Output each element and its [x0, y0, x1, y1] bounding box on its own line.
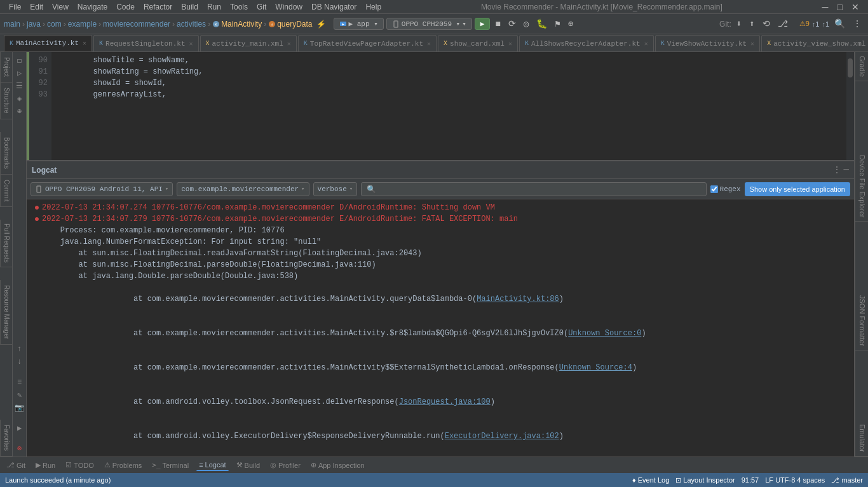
- menu-tools[interactable]: Tools: [226, 1, 252, 13]
- debug-button[interactable]: 🐛: [534, 17, 550, 30]
- right-panel-emulator[interactable]: Emulator: [855, 420, 868, 457]
- breadcrumb-mainactivity[interactable]: KMainActivity: [212, 20, 262, 29]
- left-panel-commit[interactable]: Commit: [0, 175, 12, 207]
- tab-activitymain[interactable]: X activity_main.xml ✕: [200, 35, 297, 51]
- menu-refactor[interactable]: Refactor: [140, 1, 176, 13]
- git-branch-status[interactable]: ⎇ master: [831, 476, 863, 484]
- left-panel-bookmarks[interactable]: Bookmarks: [0, 132, 12, 175]
- breadcrumb-example[interactable]: example: [68, 20, 97, 29]
- breadcrumb-java[interactable]: java: [27, 20, 41, 29]
- tab-mainactivity[interactable]: K MainActivity.kt ✕: [4, 35, 92, 51]
- left-tool-icon-1[interactable]: ◻: [14, 55, 25, 66]
- menu-help[interactable]: Help: [362, 1, 385, 13]
- encoding-info[interactable]: LF UTF-8 4 spaces: [765, 476, 825, 484]
- tab-requestsingleton-close[interactable]: ✕: [189, 40, 193, 48]
- device-dropdown[interactable]: OPPO CPH2059 ▾ ▾: [386, 18, 472, 30]
- breadcrumb-movierecommender[interactable]: movierecommender: [103, 20, 170, 29]
- menu-build[interactable]: Build: [177, 1, 202, 13]
- tab-activityviewshow[interactable]: X activity_view_show.xml ✕: [761, 35, 868, 51]
- left-tool-icon-6[interactable]: ≡: [14, 377, 25, 388]
- regex-checkbox[interactable]: [710, 185, 718, 193]
- left-tool-icon-2[interactable]: ▷: [14, 67, 25, 79]
- tab-viewshowactivity-close[interactable]: ✕: [750, 40, 754, 48]
- log-link-8[interactable]: MainActivity.kt:86: [477, 295, 559, 304]
- stop-button[interactable]: ■: [492, 18, 503, 30]
- left-panel-resource[interactable]: Resource Manager: [0, 280, 12, 345]
- bottom-tab-appinspection[interactable]: ⊕ App Inspection: [308, 460, 367, 470]
- left-tool-icon-camera[interactable]: 📷: [14, 402, 25, 413]
- tab-viewshowactivity[interactable]: K ViewShowActivity.kt ✕: [655, 35, 760, 51]
- logcat-content[interactable]: ● 2022-07-13 21:34:07.274 10776-10776/co…: [27, 199, 854, 457]
- right-panel-json-formatter[interactable]: JSON Formatter: [855, 291, 868, 350]
- bottom-tab-logcat[interactable]: ≡ Logcat: [196, 460, 228, 471]
- tab-topratedviewpager-close[interactable]: ✕: [427, 40, 431, 48]
- tab-activitymain-close[interactable]: ✕: [287, 40, 291, 48]
- bottom-tab-problems[interactable]: ⚠ Problems: [102, 460, 144, 470]
- left-panel-favorites[interactable]: Favorites: [0, 420, 12, 457]
- verbose-select[interactable]: Verbose ▾: [313, 182, 358, 196]
- bottom-tab-git[interactable]: ⎇ Git: [4, 460, 28, 470]
- profile-button[interactable]: ◎: [521, 17, 531, 30]
- maximize-button[interactable]: □: [834, 1, 846, 13]
- left-tool-icon-error[interactable]: ⊗: [14, 443, 25, 454]
- tab-requestsingleton[interactable]: K RequestSingleton.kt ✕: [93, 35, 198, 51]
- breadcrumb-main[interactable]: main: [4, 20, 20, 29]
- bottom-tab-terminal[interactable]: >_ Terminal: [149, 460, 191, 470]
- log-link-11[interactable]: JsonRequest.java:100: [399, 397, 491, 406]
- git-fetch-button[interactable]: ⬇: [734, 17, 744, 30]
- code-content[interactable]: showTitle = showName, showRating = showR…: [51, 52, 846, 160]
- minimize-button[interactable]: ─: [818, 1, 832, 13]
- bottom-tab-profiler[interactable]: ◎ Profiler: [268, 460, 303, 470]
- log-link-9[interactable]: Unknown Source:0: [568, 329, 641, 338]
- menu-view[interactable]: View: [48, 1, 72, 13]
- left-panel-structure[interactable]: Structure: [0, 83, 12, 119]
- git-push-button[interactable]: ⬆: [747, 17, 757, 30]
- layout-inspector-button[interactable]: ⊡ Layout Inspector: [675, 476, 735, 484]
- left-tool-icon-7[interactable]: ✎: [14, 389, 25, 401]
- log-link-10[interactable]: Unknown Source:4: [559, 363, 632, 372]
- regex-label[interactable]: Regex: [710, 185, 741, 193]
- settings-button[interactable]: ⋮: [850, 17, 864, 30]
- logcat-search-input[interactable]: [361, 182, 706, 196]
- app-dropdown[interactable]: ▶ ▶ app ▾: [334, 18, 384, 30]
- breadcrumb-activities[interactable]: activities: [177, 20, 206, 29]
- logcat-menu-icon[interactable]: ⋮: [832, 164, 841, 175]
- search-everywhere-button[interactable]: 🔍: [832, 17, 848, 30]
- left-tool-scroll-down[interactable]: ↓: [14, 356, 25, 368]
- left-tool-icon-4[interactable]: ◈: [14, 93, 25, 104]
- left-tool-scroll-up[interactable]: ↑: [14, 344, 25, 355]
- tab-mainactivity-close[interactable]: ✕: [83, 39, 86, 47]
- menu-navigate[interactable]: Navigate: [74, 1, 111, 13]
- git-history-button[interactable]: ⟲: [760, 17, 773, 30]
- breadcrumb-com[interactable]: com: [47, 20, 62, 29]
- menu-edit[interactable]: Edit: [26, 1, 47, 13]
- attach-button[interactable]: ⊕: [566, 17, 576, 30]
- right-panel-device-file-explorer[interactable]: Device File Explorer: [855, 151, 868, 222]
- menu-window[interactable]: Window: [271, 1, 306, 13]
- sync-button[interactable]: ⟳: [506, 17, 519, 30]
- right-panel-gradle[interactable]: Gradle: [855, 52, 868, 81]
- tab-allshowsrecycler-close[interactable]: ✕: [644, 40, 648, 48]
- left-tool-icon-3[interactable]: ☰: [14, 80, 25, 91]
- menu-git[interactable]: Git: [253, 1, 270, 13]
- logcat-minimize-icon[interactable]: ─: [844, 164, 849, 175]
- left-panel-pullrequests[interactable]: Pull Requests: [0, 220, 12, 267]
- close-button[interactable]: ✕: [848, 1, 863, 13]
- log-link-12[interactable]: ExecutorDelivery.java:102: [445, 432, 559, 441]
- cursor-position[interactable]: 91:57: [742, 476, 759, 484]
- show-selected-application-button[interactable]: Show only selected application: [745, 182, 850, 196]
- left-tool-icon-5[interactable]: ⊕: [14, 105, 25, 117]
- menu-dbnavigator[interactable]: DB Navigator: [308, 1, 360, 13]
- breadcrumb-querydata[interactable]: fqueryData: [268, 20, 312, 29]
- bottom-tab-todo[interactable]: ☑ TODO: [63, 460, 97, 470]
- event-log-button[interactable]: ♦ Event Log: [632, 476, 669, 484]
- bottom-tab-build[interactable]: ⚒ Build: [234, 460, 262, 470]
- run-button[interactable]: ▶: [475, 18, 491, 30]
- left-tool-icon-video[interactable]: ▶: [14, 422, 25, 434]
- menu-code[interactable]: Code: [112, 1, 139, 13]
- device-select[interactable]: OPPO CPH2059 Android 11, API ▾: [31, 182, 173, 196]
- left-panel-project[interactable]: Project: [0, 52, 12, 83]
- menu-run[interactable]: Run: [203, 1, 225, 13]
- tab-showcard-close[interactable]: ✕: [508, 40, 512, 48]
- tab-topratedviewpager[interactable]: K TopRatedViewPagerAdapter.kt ✕: [298, 35, 437, 51]
